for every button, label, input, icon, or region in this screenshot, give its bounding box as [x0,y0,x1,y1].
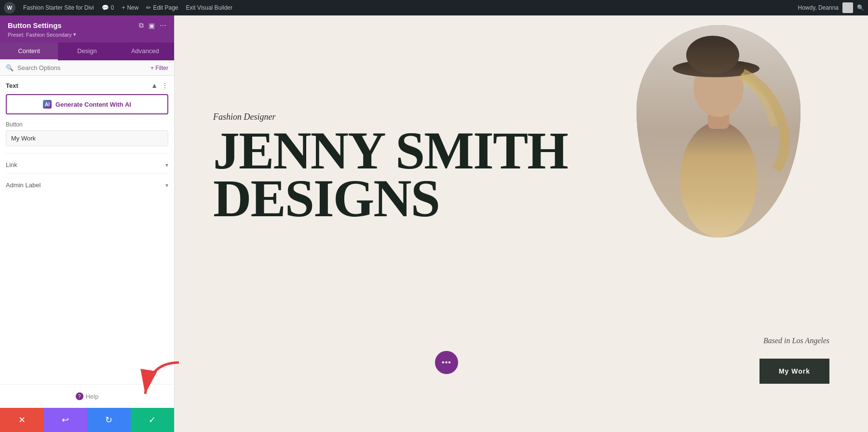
panel-header: Button Settings ⧉ ▣ ⋯ Preset: Fashion Se… [0,15,174,42]
svg-point-6 [686,36,739,74]
panel-footer: ✕ ↩ ↻ ✓ [0,408,174,432]
admin-bar-right: Howdy, Deanna 🔍 [798,2,865,13]
button-text-input[interactable] [6,130,168,146]
admin-bar-exit-builder[interactable]: Exit Visual Builder [186,4,232,11]
panel-title: Button Settings [8,21,62,29]
hero-model-image [637,25,800,237]
help-label: Help [86,393,99,400]
admin-bar-search[interactable]: 🔍 [857,4,864,11]
save-button[interactable]: ✓ [131,408,174,432]
panel-more-icon[interactable]: ⋯ [160,22,166,29]
link-section-title: Link [6,161,17,168]
panel-layout-icon[interactable]: ▣ [149,22,155,29]
admin-label-section: Admin Label ▾ [6,173,168,192]
link-chevron-icon: ▾ [165,162,168,168]
page-preview: Fashion Designer JENNY SMITH DESIGNS Bas… [175,15,868,432]
panel-preset[interactable]: Preset: Fashion Secondary ▾ [8,31,166,38]
ai-generate-button[interactable]: AI Generate Content With AI [6,94,168,114]
link-section-header[interactable]: Link ▾ [6,158,168,171]
hero-title: JENNY SMITH DESIGNS [213,127,568,223]
admin-label-section-title: Admin Label [6,181,41,189]
cancel-button[interactable]: ✕ [0,408,43,432]
wp-logo-icon[interactable]: W [4,2,15,14]
my-work-cta-button[interactable]: My Work [760,359,829,384]
admin-bar-edit-page[interactable]: ✏ Edit Page [146,4,178,11]
purple-dot-button[interactable]: ••• [435,351,458,374]
hero-text-area: Fashion Designer JENNY SMITH DESIGNS [213,112,568,223]
redo-icon: ↻ [105,415,112,425]
hero-bottom-text: Based in Los Angeles [763,336,829,345]
tab-content[interactable]: Content [0,42,58,60]
text-section-dots-icon[interactable]: ⋮ [162,82,168,89]
admin-bar-left: W Fashion Starter Site for Divi 💬 0 + Ne… [4,2,798,14]
panel-content: Text ▲ ⋮ AI Generate Content With AI But… [0,76,174,384]
comment-icon: 💬 [102,4,109,11]
panel-tabs: Content Design Advanced [0,42,174,60]
text-section-title: Text [6,82,18,89]
pencil-icon: ✏ [146,4,151,11]
hero-subtitle: Fashion Designer [213,112,568,122]
admin-bar-new[interactable]: + New [122,4,138,11]
wp-admin-bar: W Fashion Starter Site for Divi 💬 0 + Ne… [0,0,868,15]
tab-advanced[interactable]: Advanced [116,42,174,60]
search-options-input[interactable] [17,64,147,71]
text-section-controls: ▲ ⋮ [151,82,168,89]
preset-chevron-icon: ▾ [73,31,76,38]
tab-design[interactable]: Design [58,42,116,60]
purple-dot-icon: ••• [442,358,451,367]
admin-bar-howdy: Howdy, Deanna [798,4,839,11]
undo-icon: ↩ [62,415,69,425]
admin-label-section-header[interactable]: Admin Label ▾ [6,179,168,192]
hero-image-container [637,25,800,237]
help-section[interactable]: ? Help [0,384,174,408]
link-section: Link ▾ [6,153,168,171]
button-field-label: Button [6,121,168,128]
search-bar: 🔍 + Filter [0,60,174,76]
svg-point-2 [680,122,757,237]
text-section-header: Text ▲ ⋮ [6,82,168,89]
cancel-icon: ✕ [18,415,26,425]
ai-icon: AI [43,100,52,109]
admin-bar-comments[interactable]: 💬 0 [102,4,114,11]
button-text-field-group: Button [6,121,168,146]
help-icon: ? [76,392,83,400]
admin-bar-avatar [842,2,853,13]
panel-header-top: Button Settings ⧉ ▣ ⋯ [8,21,166,29]
main-content: Fashion Designer JENNY SMITH DESIGNS Bas… [175,15,868,432]
save-icon: ✓ [149,415,156,425]
admin-bar-site-name[interactable]: Fashion Starter Site for Divi [23,4,94,11]
redo-button[interactable]: ↻ [87,408,131,432]
search-icon: 🔍 [6,64,14,71]
panel-duplicate-icon[interactable]: ⧉ [139,21,144,29]
text-section-collapse-icon[interactable]: ▲ [151,82,158,89]
plus-icon: + [122,4,125,11]
panel-header-icons: ⧉ ▣ ⋯ [139,21,166,29]
left-panel: Button Settings ⧉ ▣ ⋯ Preset: Fashion Se… [0,15,175,432]
main-layout: Button Settings ⧉ ▣ ⋯ Preset: Fashion Se… [0,15,868,432]
undo-button[interactable]: ↩ [43,408,87,432]
filter-button[interactable]: + Filter [150,65,168,71]
admin-label-chevron-icon: ▾ [165,182,168,189]
hero-oval-image [637,25,800,237]
